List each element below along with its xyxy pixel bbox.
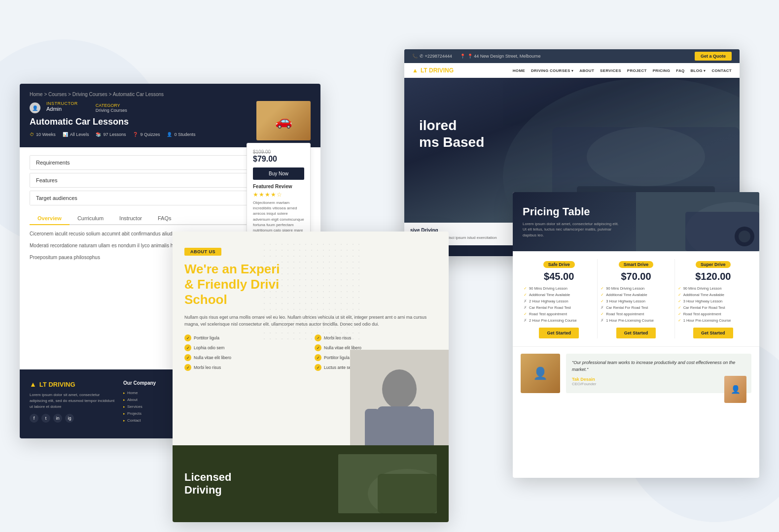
check-icon: ✓ bbox=[184, 364, 191, 371]
check-icon: ✓ bbox=[678, 286, 681, 291]
pricing-plans: Safe Drive $45.00 ✓ 90 Mins Driving Less… bbox=[513, 251, 759, 347]
check-icon: ✓ bbox=[184, 344, 191, 351]
linkedin-icon[interactable]: in bbox=[53, 414, 62, 423]
nav-about[interactable]: ABOUT bbox=[579, 68, 594, 73]
plan-feature: ✓ 90 Mins Driving Lesson bbox=[524, 286, 594, 291]
plan-smart-cta[interactable]: Get Started bbox=[616, 328, 656, 338]
plan-super-price: $120.00 bbox=[678, 271, 748, 282]
footer-logo-text: LT DRIVING bbox=[39, 381, 75, 388]
plan-feature: ✓ Road Test appointment bbox=[524, 312, 594, 316]
footer-social: f t in ig bbox=[30, 414, 118, 423]
instructor-label: Instructor bbox=[46, 101, 78, 106]
course-title: Automatic Car Lessons bbox=[30, 117, 248, 127]
check-icon: ✓ bbox=[678, 305, 681, 310]
nav-driving-courses[interactable]: DRIVING COURSES bbox=[531, 68, 573, 73]
meta-students: 👤 0 Students bbox=[167, 132, 195, 137]
check-icon: ✓ bbox=[524, 286, 527, 291]
cross-icon: ✗ bbox=[524, 318, 527, 323]
plan-feature: ✓ Road Test appointment bbox=[678, 312, 748, 316]
check-icon: ✓ bbox=[601, 286, 604, 291]
meta-level: 📊 All Levels bbox=[63, 132, 89, 137]
testimonial-image: 👤 bbox=[521, 354, 560, 393]
svg-point-2 bbox=[587, 127, 705, 186]
cross-icon: ✗ bbox=[524, 299, 527, 303]
plan-smart-features: ✓ 90 Mins Driving Lesson ✓ Additional Ti… bbox=[601, 286, 671, 323]
plan-safe: Safe Drive $45.00 ✓ 90 Mins Driving Less… bbox=[521, 259, 598, 338]
plan-super-features: ✓ 90 Mins Driving Lesson ✓ Additional Ti… bbox=[678, 286, 748, 323]
about-bottom: Licensed Driving bbox=[173, 445, 449, 522]
pricing-title: Pricing Table bbox=[523, 205, 621, 218]
main-nav: ▲ LT DRIVING HOME DRIVING COURSES ABOUT … bbox=[404, 63, 740, 78]
plan-feature: ✓ 90 Mins Driving Lesson bbox=[601, 286, 671, 291]
course-meta: ⏱ 10 Weeks 📊 All Levels 📚 97 Lessons ❓ 9… bbox=[30, 132, 248, 137]
avatar: 👤 bbox=[30, 102, 40, 113]
plan-super-cta[interactable]: Get Started bbox=[693, 328, 733, 338]
testimonial-author: Tak Desain bbox=[572, 377, 745, 382]
instagram-icon[interactable]: ig bbox=[65, 414, 74, 423]
card-pricing: Pricing Table Lorem ipsum dolor sit amet… bbox=[513, 192, 759, 478]
get-quote-button[interactable]: Get a Quote bbox=[695, 52, 732, 61]
nav-contact[interactable]: CONTACT bbox=[711, 68, 732, 73]
meta-lessons: 📚 97 Lessons bbox=[96, 132, 126, 137]
testimonial-quote: "Our professional team works to increase… bbox=[572, 360, 745, 373]
testimonial-quote-block: "Our professional team works to increase… bbox=[566, 354, 751, 393]
price-old: $109.00 bbox=[253, 149, 304, 155]
tab-faqs[interactable]: FAQs bbox=[150, 212, 179, 225]
logo-icon: ▲ bbox=[30, 380, 36, 388]
plan-safe-cta[interactable]: Get Started bbox=[539, 328, 579, 338]
plan-feature: ✓ Additional Time Available bbox=[524, 293, 594, 297]
hero-text-overlay: ilored ms Based bbox=[419, 117, 484, 150]
cross-icon: ✗ bbox=[524, 305, 527, 310]
nav-faq[interactable]: FAQ bbox=[676, 68, 684, 73]
plan-feature: ✓ 3 Hour Highway Lesson bbox=[601, 299, 671, 303]
card-about: ABOUT US We're an Experi & Friendly Driv… bbox=[173, 232, 449, 522]
check-icon: ✓ bbox=[524, 293, 527, 297]
course-thumbnail: 🚗 bbox=[256, 101, 311, 140]
twitter-icon[interactable]: t bbox=[41, 414, 50, 423]
check-icon: ✓ bbox=[184, 334, 191, 341]
course-image: 🚗 bbox=[256, 101, 311, 140]
tab-overview[interactable]: Overview bbox=[30, 212, 70, 225]
topbar-phone: 📞 ✆ +2298724444 bbox=[412, 54, 452, 59]
logo-icon: ▲ bbox=[412, 67, 418, 74]
check-icon: ✓ bbox=[601, 312, 604, 316]
check-icon: ✓ bbox=[678, 318, 681, 323]
nav-links: HOME DRIVING COURSES ABOUT SERVICES PROJ… bbox=[513, 68, 732, 73]
plan-super-name: Super Drive bbox=[696, 261, 731, 268]
facebook-icon[interactable]: f bbox=[30, 414, 38, 423]
testimonial-role: CEO/Founder bbox=[572, 382, 745, 386]
buy-button[interactable]: Buy Now bbox=[253, 167, 304, 180]
pricing-desc: Lorem ipsum dolor sit amet, consectetur … bbox=[523, 221, 621, 238]
plan-safe-features: ✓ 90 Mins Driving Lesson ✓ Additional Ti… bbox=[524, 286, 594, 323]
nav-blog[interactable]: BLOG bbox=[691, 68, 706, 73]
about-feature: ✓ Morbi leo risus bbox=[184, 364, 307, 371]
svg-point-10 bbox=[739, 231, 750, 242]
nav-project[interactable]: PROJECT bbox=[627, 68, 647, 73]
level-icon: 📊 bbox=[63, 132, 68, 137]
about-bottom-text: Licensed Driving bbox=[184, 471, 231, 497]
plan-feature: ✓ Car Rental For Road Test bbox=[678, 305, 748, 310]
footer-desc: Lorem ipsum dolor sit amet, consectetur … bbox=[30, 392, 118, 410]
check-icon: ✓ bbox=[601, 293, 604, 297]
nav-services[interactable]: SERVICES bbox=[600, 68, 621, 73]
price-new: $79.00 bbox=[253, 155, 304, 164]
nav-pricing[interactable]: PRICING bbox=[653, 68, 670, 73]
plan-feature: ✗ Car Rental For Road Test bbox=[601, 305, 671, 310]
plan-smart-name: Smart Drive bbox=[619, 261, 654, 268]
tab-curriculum[interactable]: Curriculum bbox=[70, 212, 111, 225]
plan-feature: ✓ Additional Time Available bbox=[601, 293, 671, 297]
quizzes-icon: ❓ bbox=[133, 132, 138, 137]
plan-feature: ✓ Additional Time Available bbox=[678, 293, 748, 297]
check-icon: ✓ bbox=[315, 354, 321, 361]
nav-logo-text: LT DRIVING bbox=[421, 67, 454, 74]
plan-feature: ✗ Car Rental For Road Test bbox=[524, 305, 594, 310]
dot-pattern bbox=[261, 241, 360, 340]
plan-feature: ✗ 2 Hour Pre-Licensing Course bbox=[524, 318, 594, 323]
tab-instructor[interactable]: Instructor bbox=[111, 212, 150, 225]
plan-feature: ✓ 1 Hour Pre-Licensing Course bbox=[678, 318, 748, 323]
plan-smart-price: $70.00 bbox=[601, 271, 671, 282]
lessons-icon: 📚 bbox=[96, 132, 101, 137]
nav-home[interactable]: HOME bbox=[513, 68, 525, 73]
check-icon: ✓ bbox=[678, 299, 681, 303]
car-bottom-image bbox=[338, 454, 437, 513]
